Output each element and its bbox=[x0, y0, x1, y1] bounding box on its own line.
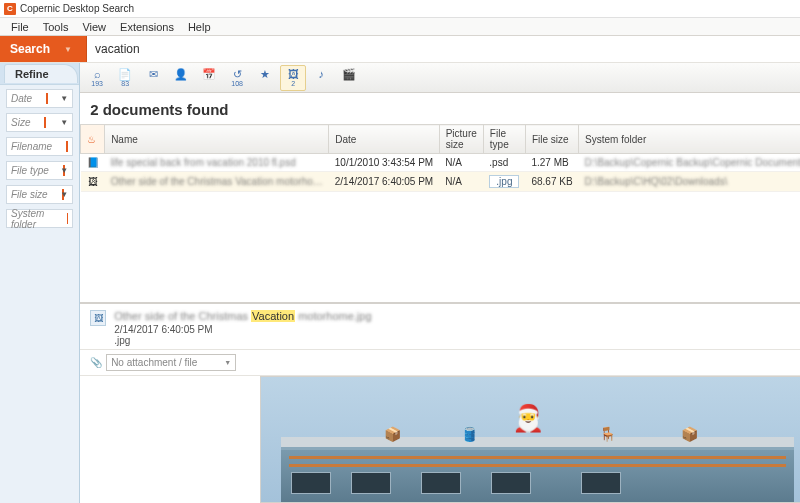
preview-ext: .jpg bbox=[114, 335, 371, 346]
favorites-icon: ★ bbox=[258, 68, 272, 80]
cell-folder: D:\Backup\C\HQ\02\Downloads\ bbox=[579, 172, 800, 192]
category-toolbar: ⌕193📄83✉ 👤 📅 ↺108★ 🖼2♪ 🎬 bbox=[80, 63, 800, 93]
preview-info: 🖼 Other side of the Christmas Vacation m… bbox=[80, 304, 800, 350]
title-bar: C Copernic Desktop Search bbox=[0, 0, 800, 18]
category-pictures[interactable]: 🖼2 bbox=[280, 65, 306, 91]
cell-fsize: 68.67 KB bbox=[525, 172, 578, 192]
roof-junk: 📦 bbox=[681, 426, 698, 442]
menu-bar: File Tools View Extensions Help bbox=[0, 18, 800, 36]
chevron-down-icon[interactable]: ▼ bbox=[64, 45, 72, 54]
category-videos[interactable]: 🎬 bbox=[336, 65, 362, 91]
attachment-icon: 📎 bbox=[90, 357, 102, 368]
refine-label: Size bbox=[11, 117, 30, 128]
file-icon: 📘 bbox=[81, 154, 105, 172]
preview-filename: Other side of the Christmas Vacation mot… bbox=[114, 310, 371, 324]
category-emails[interactable]: ✉ bbox=[140, 65, 166, 91]
category-favorites[interactable]: ★ bbox=[252, 65, 278, 91]
refine-size[interactable]: Size▼ bbox=[6, 113, 73, 132]
preview-date: 2/14/2017 6:40:05 PM bbox=[114, 324, 371, 335]
menu-help[interactable]: Help bbox=[181, 19, 218, 35]
flame-icon: ♨ bbox=[87, 134, 96, 145]
music-icon: ♪ bbox=[314, 68, 328, 80]
videos-icon: 🎬 bbox=[342, 68, 356, 80]
cell-picsize: N/A bbox=[439, 172, 483, 192]
menu-extensions[interactable]: Extensions bbox=[113, 19, 181, 35]
col-folder[interactable]: System folder bbox=[579, 125, 800, 154]
refine-label: Date bbox=[11, 93, 32, 104]
app-icon: C bbox=[4, 3, 16, 15]
results-heading: 2 documents found bbox=[80, 93, 800, 124]
category-files[interactable]: 📄83 bbox=[112, 65, 138, 91]
file-icon: 🖼 bbox=[81, 172, 105, 192]
category-all[interactable]: ⌕193 bbox=[84, 65, 110, 91]
refine-file-size[interactable]: File size▼ bbox=[6, 185, 73, 204]
refine-label: File type bbox=[11, 165, 49, 176]
category-contacts[interactable]: 👤 bbox=[168, 65, 194, 91]
cell-ftype: .jpg bbox=[483, 172, 525, 192]
category-count: 193 bbox=[91, 80, 103, 87]
col-name[interactable]: Name bbox=[105, 125, 329, 154]
refine-date[interactable]: Date▼ bbox=[6, 89, 73, 108]
search-highlight: Vacation bbox=[251, 310, 295, 322]
emails-icon: ✉ bbox=[146, 68, 160, 80]
col-date[interactable]: Date bbox=[329, 125, 439, 154]
roof-junk: 🪑 bbox=[599, 426, 616, 442]
roof-junk: 🛢️ bbox=[461, 426, 478, 442]
col-ftype[interactable]: File type bbox=[483, 125, 525, 154]
cell-date: 10/1/2010 3:43:54 PM bbox=[329, 154, 439, 172]
chevron-down-icon: ▼ bbox=[60, 94, 68, 103]
refine-label: Filename bbox=[11, 141, 52, 152]
category-history[interactable]: ↺108 bbox=[224, 65, 250, 91]
app-title: Copernic Desktop Search bbox=[20, 3, 134, 14]
col-fsize[interactable]: File size bbox=[525, 125, 578, 154]
refine-tab[interactable]: Refine bbox=[4, 64, 78, 83]
image-file-icon: 🖼 bbox=[90, 310, 106, 326]
attachment-select[interactable]: No attachment / file ▼ bbox=[106, 354, 236, 371]
category-count bbox=[320, 80, 322, 87]
category-calendar[interactable]: 📅 bbox=[196, 65, 222, 91]
cell-date: 2/14/2017 6:40:05 PM bbox=[329, 172, 439, 192]
category-count bbox=[152, 80, 154, 87]
search-row: Search ▼ bbox=[0, 36, 800, 63]
cell-name: life special back from vacation 2010 fl.… bbox=[105, 154, 329, 172]
menu-file[interactable]: File bbox=[4, 19, 36, 35]
chevron-down-icon: ▼ bbox=[60, 190, 68, 199]
santa-decoration: 🎅 bbox=[512, 403, 544, 434]
image-preview[interactable]: 🎅 📦 🛢️ 🪑 📦 bbox=[260, 376, 800, 503]
menu-view[interactable]: View bbox=[75, 19, 113, 35]
table-row[interactable]: 🖼Other side of the Christmas Vacation mo… bbox=[81, 172, 800, 192]
calendar-icon: 📅 bbox=[202, 68, 216, 80]
refine-filename[interactable]: Filename bbox=[6, 137, 73, 156]
files-icon: 📄 bbox=[118, 68, 132, 80]
search-button[interactable]: Search ▼ bbox=[0, 36, 87, 62]
table-row[interactable]: 📘life special back from vacation 2010 fl… bbox=[81, 154, 800, 172]
refine-file-type[interactable]: File type▼ bbox=[6, 161, 73, 180]
cell-ftype: .psd bbox=[483, 154, 525, 172]
refine-system-folder[interactable]: System folder bbox=[6, 209, 73, 228]
category-count: 2 bbox=[291, 80, 295, 87]
category-count bbox=[264, 80, 266, 87]
search-button-label: Search bbox=[10, 42, 50, 56]
search-input[interactable] bbox=[87, 36, 800, 62]
category-count: 83 bbox=[121, 80, 129, 87]
category-count bbox=[208, 80, 210, 87]
pictures-icon: 🖼 bbox=[286, 68, 300, 80]
col-flame[interactable]: ♨ bbox=[81, 125, 105, 154]
category-count bbox=[180, 80, 182, 87]
category-music[interactable]: ♪ bbox=[308, 65, 334, 91]
cell-fsize: 1.27 MB bbox=[525, 154, 578, 172]
attachment-select-label: No attachment / file bbox=[111, 357, 197, 368]
results-table: ♨ Name Date Picture size File type File … bbox=[80, 124, 800, 192]
preview-attachment-bar: 📎 No attachment / file ▼ bbox=[80, 350, 800, 376]
menu-tools[interactable]: Tools bbox=[36, 19, 76, 35]
results-panel: ⌕193📄83✉ 👤 📅 ↺108★ 🖼2♪ 🎬 2 documents fou… bbox=[80, 63, 800, 503]
preview-pane: 🖼 Other side of the Christmas Vacation m… bbox=[80, 302, 800, 503]
col-picsize[interactable]: Picture size bbox=[439, 125, 483, 154]
history-icon: ↺ bbox=[230, 68, 244, 80]
cell-picsize: N/A bbox=[439, 154, 483, 172]
refine-label: System folder bbox=[11, 208, 53, 230]
roof-junk: 📦 bbox=[384, 426, 401, 442]
category-count bbox=[348, 80, 350, 87]
chevron-down-icon: ▼ bbox=[60, 166, 68, 175]
all-icon: ⌕ bbox=[90, 68, 104, 80]
